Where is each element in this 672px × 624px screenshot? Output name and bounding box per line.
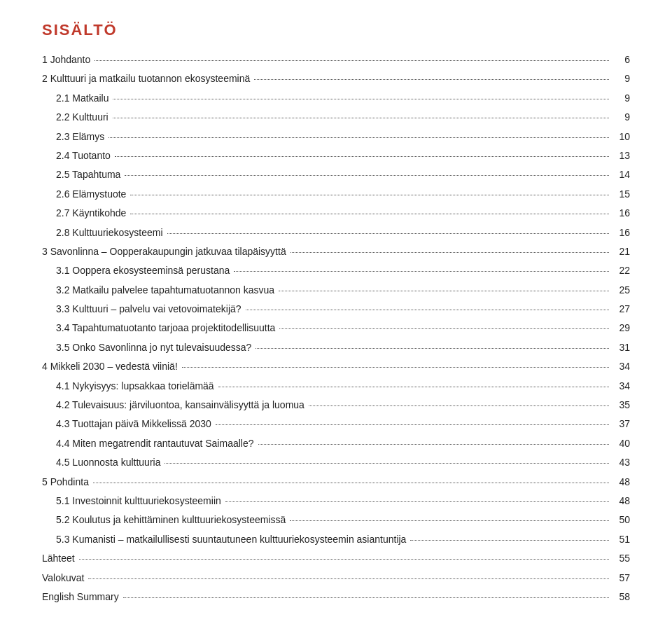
toc-item: 5 Pohdinta48 [42, 474, 630, 490]
toc-item: 3.1 Ooppera ekosysteeminsä perustana22 [42, 263, 630, 278]
toc-label: 2.6 Elämystuote [42, 186, 126, 202]
toc-dots [125, 166, 609, 176]
toc-dots [225, 492, 609, 502]
toc-dots [218, 377, 609, 387]
toc-page: 57 [613, 570, 630, 585]
toc-dots [290, 243, 609, 253]
toc-page: 48 [613, 474, 630, 490]
toc-dots [113, 90, 609, 99]
toc-label: Valokuvat [42, 570, 84, 585]
toc-label: 4.1 Nykyisyys: lupsakkaa torielämää [42, 378, 214, 394]
toc-dots [123, 588, 609, 598]
toc-dots [234, 262, 609, 272]
page-title: SISÄLTÖ [42, 21, 630, 39]
toc-item: 4.5 Luonnosta kulttuuria43 [42, 455, 630, 470]
toc-page: 9 [613, 109, 630, 125]
toc-label: 5.3 Kumanisti – matkailullisesti suuntau… [42, 532, 406, 547]
toc-item: 2.7 Käyntikohde16 [42, 205, 630, 221]
toc-page: 16 [613, 205, 630, 221]
toc-dots [246, 300, 609, 310]
toc-label: 2.5 Tapahtuma [42, 167, 120, 182]
toc-item: Lähteet55 [42, 550, 630, 566]
toc-label: 4.2 Tulevaisuus: järviluontoa, kansainvä… [42, 397, 304, 412]
toc-page: 35 [613, 397, 630, 412]
toc-item: 2.5 Tapahtuma14 [42, 167, 630, 182]
toc-dots [164, 454, 609, 464]
toc-dots [216, 415, 609, 425]
toc-page: 37 [613, 416, 630, 431]
toc-label: Lähteet [42, 550, 75, 566]
toc-page: 22 [613, 263, 630, 278]
toc-label: 4.3 Tuottajan päivä Mikkelissä 2030 [42, 416, 211, 431]
toc-item: 3.5 Onko Savonlinna jo nyt tulevaisuudes… [42, 340, 630, 355]
toc-label: 4.5 Luonnosta kulttuuria [42, 455, 160, 470]
toc-page: 10 [613, 129, 630, 144]
toc-label: 3 Savonlinna – Oopperakaupungin jatkuvaa… [42, 244, 286, 259]
toc-page: 9 [613, 71, 630, 86]
toc-dots [258, 435, 610, 445]
toc-dots [115, 147, 609, 157]
toc-page: 43 [613, 455, 630, 470]
toc-item: 5.1 Investoinnit kulttuuriekosysteemiin4… [42, 493, 630, 508]
toc-dots [290, 511, 609, 521]
toc-page: 13 [613, 148, 630, 163]
toc-label: 2.8 Kulttuuriekosysteemi [42, 225, 163, 240]
toc-label: 2.1 Matkailu [42, 90, 108, 106]
toc-item: 3 Savonlinna – Oopperakaupungin jatkuvaa… [42, 244, 630, 259]
toc-label: 3.5 Onko Savonlinna jo nyt tulevaisuudes… [42, 340, 251, 355]
toc-label: 1 Johdanto [42, 52, 90, 67]
toc-label: 5 Pohdinta [42, 474, 89, 490]
toc-dots [88, 569, 609, 579]
toc-item: 2.3 Elämys10 [42, 129, 630, 144]
toc-label: English Summary [42, 589, 119, 604]
toc-label: 3.1 Ooppera ekosysteeminsä perustana [42, 263, 230, 278]
toc-label: 4.4 Miten megatrendit rantautuvat Saimaa… [42, 436, 254, 451]
toc-dots [130, 186, 609, 195]
toc-label: 2.3 Elämys [42, 129, 104, 144]
toc-dots [94, 51, 609, 61]
toc-label: 2.7 Käyntikohde [42, 205, 126, 221]
toc-label: 3.4 Tapahtumatuotanto tarjoaa projektito… [42, 320, 275, 335]
toc-dots [79, 550, 609, 560]
toc-page: 31 [613, 340, 630, 355]
toc-dots [108, 128, 609, 138]
toc-item: 2 Kulttuuri ja matkailu tuotannon ekosys… [42, 71, 630, 86]
toc-label: 4 Mikkeli 2030 – vedestä viiniä! [42, 359, 178, 374]
toc-page: 40 [613, 436, 630, 451]
toc-dots [254, 70, 609, 80]
toc-item: 2.4 Tuotanto13 [42, 148, 630, 163]
toc-item: 3.3 Kulttuuri – palvelu vai vetovoimatek… [42, 301, 630, 317]
toc-page: 21 [613, 244, 630, 259]
toc-item: 2.8 Kulttuuriekosysteemi16 [42, 225, 630, 240]
toc-item: 3.4 Tapahtumatuotanto tarjoaa projektito… [42, 320, 630, 335]
toc-item: English Summary58 [42, 589, 630, 604]
toc-page: 55 [613, 550, 630, 566]
toc-item: 1 Johdanto6 [42, 52, 630, 67]
toc-page: 15 [613, 186, 630, 202]
toc-label: 5.2 Koulutus ja kehittäminen kulttuuriek… [42, 512, 286, 527]
toc-dots [130, 204, 609, 214]
toc-page: 48 [613, 493, 630, 508]
toc-dots [410, 531, 609, 541]
toc-item: 2.6 Elämystuote15 [42, 186, 630, 202]
toc-page: 9 [613, 90, 630, 106]
toc-item: Valokuvat57 [42, 570, 630, 585]
toc-page: 58 [613, 589, 630, 604]
toc-page: 34 [613, 359, 630, 374]
toc-item: 2.1 Matkailu9 [42, 90, 630, 106]
toc-page: 25 [613, 282, 630, 298]
toc-dots [279, 319, 609, 329]
toc-label: 2 Kulttuuri ja matkailu tuotannon ekosys… [42, 71, 250, 86]
toc-item: 4.4 Miten megatrendit rantautuvat Saimaa… [42, 436, 630, 451]
toc-dots [167, 224, 609, 234]
toc-dots [255, 339, 609, 349]
toc-item: 5.3 Kumanisti – matkailullisesti suuntau… [42, 532, 630, 547]
toc-page: 51 [613, 532, 630, 547]
toc-label: 3.2 Matkailu palvelee tapahtumatuotannon… [42, 282, 274, 298]
toc-item: 4.2 Tulevaisuus: järviluontoa, kansainvä… [42, 397, 630, 412]
toc-label: 2.2 Kulttuuri [42, 109, 108, 125]
toc-dots [113, 109, 609, 118]
toc-page: 50 [613, 512, 630, 527]
toc-dots [279, 282, 609, 291]
toc-page: 27 [613, 301, 630, 317]
